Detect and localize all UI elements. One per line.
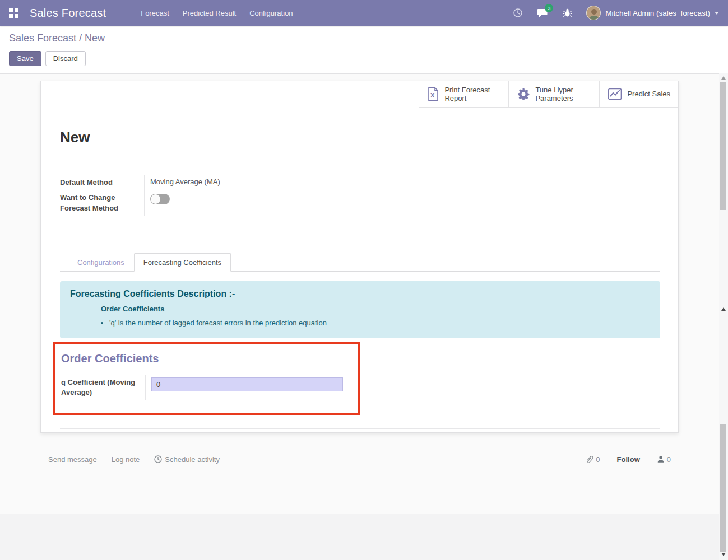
scrollbar-thumb-lower[interactable] (720, 424, 726, 552)
tab-forecasting-coefficients[interactable]: Forecasting Coefficients (134, 253, 231, 272)
follow-button[interactable]: Follow (617, 455, 640, 464)
forecast-method-toggle[interactable] (150, 194, 170, 204)
chevron-down-icon (715, 12, 719, 15)
form-sheet: X Print Forecast Report Tune Hyper Param… (40, 81, 679, 433)
attachments-button[interactable]: 0 (586, 455, 600, 464)
coefficients-info-box: Forecasting Coefficients Description :- … (60, 281, 660, 338)
messages-count-badge: 3 (545, 4, 553, 12)
info-box-subtitle: Order Coefficients (101, 305, 650, 313)
clock-icon (154, 455, 162, 463)
print-forecast-report-button[interactable]: X Print Forecast Report (419, 81, 508, 107)
save-button[interactable]: Save (9, 51, 41, 66)
want-to-change-label: Want to Change Forecast Method (60, 190, 122, 216)
discard-button[interactable]: Discard (45, 51, 86, 66)
order-coefficients-heading: Order Coefficients (61, 352, 351, 365)
q-coefficient-cell (145, 375, 351, 401)
sheet-divider (60, 428, 660, 429)
user-menu[interactable]: Mitchell Admin (sales_forecast) (586, 6, 719, 20)
followers-button[interactable]: 0 (657, 455, 671, 464)
control-buttons: Save Discard (9, 51, 719, 66)
control-panel: Sales Forecast / New Save Discard (0, 26, 728, 73)
chatter-toolbar: Send message Log note Schedule activity … (40, 450, 679, 469)
record-title: New (60, 129, 660, 146)
q-coefficient-label: q Coefficient (Moving Average) (61, 375, 140, 401)
apps-menu-icon[interactable] (9, 8, 18, 18)
activities-clock-icon[interactable] (512, 7, 523, 18)
info-box-title: Forecasting Coefficients Description :- (70, 289, 650, 299)
main-menu: Forecast Predicted Result Configuration (141, 9, 293, 17)
scroll-down-arrow-icon[interactable] (721, 553, 726, 556)
menu-configuration[interactable]: Configuration (249, 9, 293, 17)
content-area: X Print Forecast Report Tune Hyper Param… (0, 73, 728, 560)
menu-forecast[interactable]: Forecast (141, 9, 169, 17)
default-method-label: Default Method (60, 175, 144, 190)
gear-icon (517, 87, 530, 101)
log-note-button[interactable]: Log note (112, 455, 140, 464)
app-title: Sales Forecast (30, 7, 106, 20)
predict-sales-button[interactable]: Predict Sales (599, 81, 678, 107)
attachments-count: 0 (596, 455, 600, 464)
highlight-outline: Order Coefficients q Coefficient (Moving… (53, 342, 360, 416)
scroll-up-arrow-icon[interactable] (721, 76, 726, 80)
follower-person-icon (657, 455, 665, 463)
navbar-right: 3 Mitchell Admin (sales_forecast) (512, 6, 719, 20)
messages-icon[interactable]: 3 (537, 7, 548, 18)
paperclip-icon (586, 455, 593, 464)
tab-configurations[interactable]: Configurations (68, 253, 134, 272)
line-chart-icon (608, 87, 622, 101)
want-to-change-value (144, 190, 660, 216)
send-message-button[interactable]: Send message (48, 455, 97, 464)
user-avatar (586, 6, 601, 20)
menu-predicted-result[interactable]: Predicted Result (183, 9, 236, 17)
xls-file-icon: X (427, 87, 439, 101)
bug-icon[interactable] (562, 7, 573, 18)
scrollbar[interactable] (719, 73, 728, 560)
user-name: Mitchell Admin (sales_forecast) (605, 9, 710, 17)
info-box-bullet: 'q' is the number of lagged forecast err… (109, 319, 650, 327)
default-method-value: Moving Average (MA) (144, 175, 660, 190)
top-navbar: Sales Forecast Forecast Predicted Result… (0, 0, 728, 26)
form-field-group: Default Method Moving Average (MA) Want … (60, 175, 660, 216)
form-button-bar: X Print Forecast Report Tune Hyper Param… (41, 81, 678, 108)
chatter-background (0, 514, 728, 560)
notebook-tabs: Configurations Forecasting Coefficients (60, 253, 660, 272)
coefficient-field-row: q Coefficient (Moving Average) (61, 375, 351, 401)
followers-count: 0 (667, 455, 671, 464)
svg-text:X: X (430, 92, 435, 99)
schedule-activity-button[interactable]: Schedule activity (154, 455, 220, 464)
breadcrumb[interactable]: Sales Forecast / New (9, 32, 719, 44)
q-coefficient-input[interactable] (151, 377, 343, 391)
tune-hyper-parameters-button[interactable]: Tune Hyper Parameters (508, 81, 599, 107)
scrollbar-thumb-upper[interactable] (720, 82, 726, 210)
scroll-up-arrow-dark-icon[interactable] (721, 307, 726, 311)
